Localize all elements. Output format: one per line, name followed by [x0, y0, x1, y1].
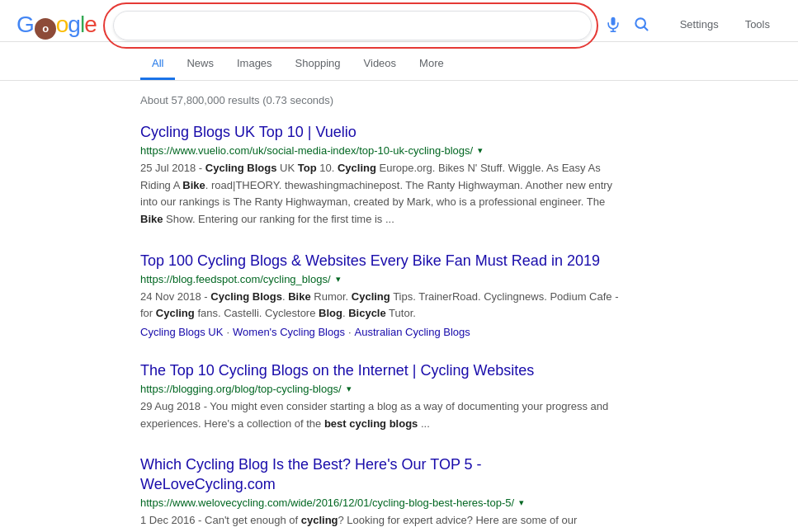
search-icons [605, 16, 649, 36]
result-item: Top 100 Cycling Blogs & Websites Every B… [140, 252, 619, 338]
results-area: About 57,800,000 results (0.73 seconds) … [0, 81, 619, 532]
result-url: https://blog.feedspot.com/cycling_blogs/ [140, 273, 331, 285]
result-item: Which Cycling Blog Is the Best? Here's O… [140, 455, 619, 532]
results-count: About 57,800,000 results (0.73 seconds) [140, 94, 619, 106]
tab-shopping[interactable]: Shopping [284, 49, 352, 80]
search-bar-wrapper: top cycling blogs [113, 11, 592, 40]
result-snippet: 25 Jul 2018 - Cycling Blogs UK Top 10. C… [140, 160, 619, 228]
result-url-line: https://www.welovecycling.com/wide/2016/… [140, 497, 619, 509]
result-snippet: 1 Dec 2016 - Can't get enough of cycling… [140, 512, 619, 532]
result-url: https://blogging.org/blog/top-cycling-bl… [140, 383, 342, 395]
tools-link[interactable]: Tools [734, 10, 781, 41]
result-title[interactable]: Top 100 Cycling Blogs & Websites Every B… [140, 252, 619, 271]
microphone-icon[interactable] [605, 16, 621, 36]
result-title[interactable]: The Top 10 Cycling Blogs on the Internet… [140, 361, 619, 380]
related-link[interactable]: Cycling Blogs UK [140, 326, 223, 338]
result-dropdown-arrow[interactable]: ▾ [336, 274, 341, 285]
result-url: https://www.welovecycling.com/wide/2016/… [140, 497, 514, 509]
avatar[interactable]: o [35, 18, 56, 40]
result-title[interactable]: Cycling Blogs UK Top 10 | Vuelio [140, 123, 619, 142]
search-input-box: top cycling blogs [113, 11, 592, 40]
result-dropdown-arrow[interactable]: ▾ [519, 497, 524, 508]
related-link[interactable]: Women's Cycling Blogs [233, 326, 345, 338]
settings-link[interactable]: Settings [668, 10, 730, 41]
svg-rect-0 [611, 16, 615, 25]
search-button-icon[interactable] [633, 16, 649, 36]
nav-tabs: All News Images Shopping Videos More [140, 49, 456, 80]
result-url-line: https://blogging.org/blog/top-cycling-bl… [140, 383, 619, 395]
tab-more[interactable]: More [408, 49, 456, 80]
result-url: https://www.vuelio.com/uk/social-media-i… [140, 144, 473, 157]
result-dropdown-arrow[interactable]: ▾ [478, 145, 483, 156]
header: Google top cycling blogs Settings Tools [0, 0, 798, 42]
tab-news[interactable]: News [175, 49, 225, 80]
result-item: Cycling Blogs UK Top 10 | Vuelio https:/… [140, 123, 619, 228]
tab-all[interactable]: All [140, 49, 175, 80]
related-separator: · [348, 326, 352, 338]
result-snippet: 24 Nov 2018 - Cycling Blogs. Bike Rumor.… [140, 289, 619, 322]
related-links: Cycling Blogs UK · Women's Cycling Blogs… [140, 326, 619, 338]
result-item: The Top 10 Cycling Blogs on the Internet… [140, 361, 619, 432]
result-snippet: 29 Aug 2018 - You might even consider st… [140, 398, 619, 432]
result-dropdown-arrow[interactable]: ▾ [347, 384, 352, 394]
search-input[interactable]: top cycling blogs [127, 18, 578, 33]
related-separator: · [226, 326, 229, 338]
related-link[interactable]: Australian Cycling Blogs [355, 326, 470, 338]
tab-videos[interactable]: Videos [352, 49, 408, 80]
settings-tools: Settings Tools [668, 10, 781, 41]
tab-images[interactable]: Images [225, 49, 284, 80]
google-logo: Google [17, 12, 97, 40]
result-title[interactable]: Which Cycling Blog Is the Best? Here's O… [140, 455, 619, 494]
logo-area: Google [17, 12, 97, 40]
svg-line-4 [645, 26, 648, 30]
result-url-line: https://www.vuelio.com/uk/social-media-i… [140, 144, 619, 157]
result-url-line: https://blog.feedspot.com/cycling_blogs/… [140, 273, 619, 285]
